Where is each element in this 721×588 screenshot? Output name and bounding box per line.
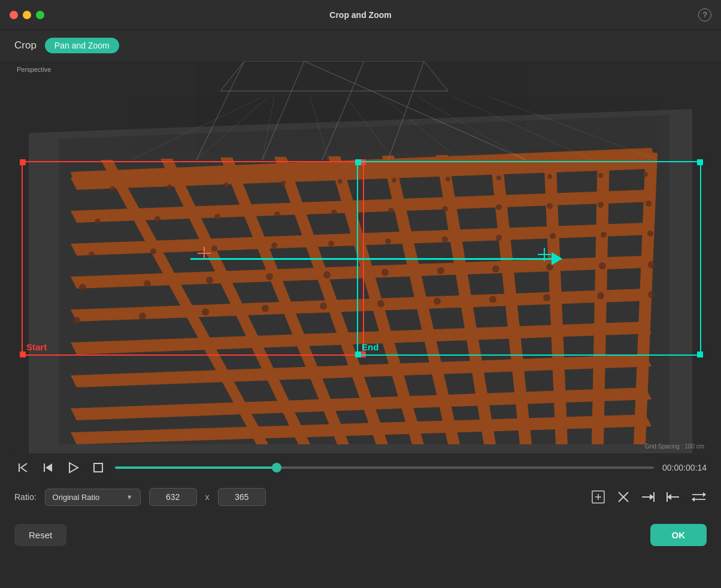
- bottom-bar: Reset OK: [0, 514, 721, 556]
- ratio-bar: Ratio: Original Ratio ▼ x: [0, 482, 721, 512]
- svg-marker-117: [703, 492, 706, 497]
- slider-thumb[interactable]: [272, 463, 281, 472]
- start-corner-bl[interactable]: [20, 351, 26, 357]
- tab-panzoom[interactable]: Pan and Zoom: [45, 38, 119, 53]
- close-button[interactable]: [10, 11, 18, 19]
- viewport-label: Perspective: [17, 66, 51, 73]
- playback-time: 00:00:00:14: [662, 463, 707, 472]
- stop-button[interactable]: [90, 459, 107, 476]
- tab-crop[interactable]: Crop: [14, 37, 37, 54]
- height-input[interactable]: [218, 488, 266, 506]
- ratio-action-icons: [590, 489, 707, 505]
- ok-button[interactable]: OK: [650, 524, 707, 546]
- ratio-selected-value: Original Ratio: [53, 493, 100, 502]
- maximize-icon-button[interactable]: [590, 489, 606, 505]
- chevron-down-icon: ▼: [126, 493, 133, 501]
- svg-rect-101: [94, 463, 102, 472]
- rewind-button[interactable]: [14, 459, 31, 476]
- pan-arrow: [190, 250, 562, 268]
- titlebar: Crop and Zoom ?: [0, 0, 721, 30]
- svg-marker-111: [650, 494, 654, 500]
- step-back-button[interactable]: [40, 459, 56, 476]
- ratio-select[interactable]: Original Ratio ▼: [45, 489, 141, 506]
- arrow-tip: [552, 252, 562, 265]
- window-title: Crop and Zoom: [329, 10, 391, 20]
- scene-background: Start End Grid Spacing : 100 cm: [11, 61, 710, 453]
- svg-marker-119: [692, 497, 695, 502]
- svg-marker-100: [69, 463, 78, 472]
- svg-marker-114: [667, 494, 671, 500]
- align-right-icon-button[interactable]: [641, 490, 655, 504]
- svg-marker-99: [46, 463, 52, 472]
- align-left-icon-button[interactable]: [666, 490, 680, 504]
- close-crop-icon-button[interactable]: [617, 490, 630, 504]
- window-controls: [10, 11, 44, 19]
- minimize-button[interactable]: [23, 11, 31, 19]
- dimension-separator: x: [205, 492, 210, 502]
- end-corner-tl[interactable]: [355, 159, 361, 165]
- grid-spacing-label: Grid Spacing : 100 cm: [645, 443, 704, 450]
- viewport: Perspective: [11, 61, 710, 453]
- end-corner-bl[interactable]: [355, 351, 361, 357]
- end-corner-tr[interactable]: [697, 159, 703, 165]
- help-icon: ?: [702, 10, 707, 19]
- ratio-label: Ratio:: [14, 492, 37, 502]
- arrow-line: [190, 258, 562, 260]
- help-button[interactable]: ?: [698, 8, 711, 22]
- end-label: End: [362, 342, 378, 352]
- tabs-bar: Crop Pan and Zoom: [0, 30, 721, 61]
- playback-slider[interactable]: [115, 466, 654, 469]
- maximize-button[interactable]: [36, 11, 44, 19]
- slider-fill: [115, 466, 277, 469]
- end-corner-br[interactable]: [697, 351, 703, 357]
- crosshair-start: [198, 247, 211, 260]
- start-corner-tl[interactable]: [20, 159, 26, 165]
- reset-button[interactable]: Reset: [14, 524, 66, 546]
- playback-bar: 00:00:00:14: [0, 453, 721, 482]
- crosshair-end: [538, 248, 551, 261]
- swap-icon-button[interactable]: [691, 490, 707, 504]
- width-input[interactable]: [149, 488, 197, 506]
- play-button[interactable]: [65, 459, 81, 476]
- start-label: Start: [26, 342, 47, 352]
